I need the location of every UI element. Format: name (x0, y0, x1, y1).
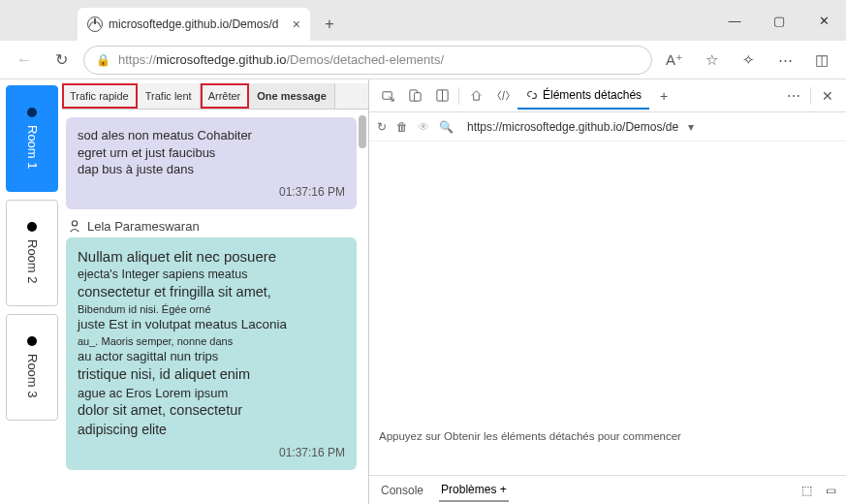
status-dot-icon (27, 222, 37, 232)
drawer-icon-1[interactable]: ⬚ (801, 484, 812, 497)
problems-tab[interactable]: Problèmes + (439, 479, 509, 502)
message-2: Nullam aliquet elit nec posuere ejecta's… (66, 237, 357, 470)
room-label: Room 1 (25, 125, 40, 170)
close-window-button[interactable]: ✕ (801, 5, 846, 36)
room-1[interactable]: Room 1 (6, 85, 58, 192)
status-dot-icon (27, 336, 37, 346)
msg-line: consectetur et fringilla sit amet, (78, 283, 345, 302)
reload-icon[interactable]: ↻ (377, 120, 387, 134)
sidebar-icon[interactable]: ◫ (807, 46, 836, 75)
devtools-subbar: ↻ 🗑 👁 🔍 https://microsoftedge.github.io/… (369, 112, 846, 142)
refresh-button[interactable]: ↻ (47, 46, 76, 75)
msg-line: Bibendum id nisi. Égée orné (78, 302, 345, 317)
traffic-toolbar: Trafic rapide Trafic lent Arrêter One me… (62, 83, 368, 110)
timestamp: 01:37:16 PM (78, 445, 345, 460)
page-pane: Room 1 Room 2 Room 3 Trafic rapide Trafi… (0, 79, 368, 504)
url-host: microsoftedge.github.io (156, 52, 286, 67)
lock-icon: 🔒 (96, 53, 110, 67)
search-icon[interactable]: 🔍 (439, 120, 454, 134)
room-label: Room 2 (25, 239, 40, 284)
inspect-icon[interactable] (375, 83, 400, 109)
msg-line: Nullam aliquet elit nec posuere (78, 247, 345, 267)
welcome-icon[interactable] (463, 83, 488, 109)
tab-close-button[interactable]: × (293, 16, 300, 32)
minimize-button[interactable]: — (712, 5, 757, 36)
drawer-icon-2[interactable]: ▭ (826, 484, 836, 497)
devtools-drawer: Console Problèmes + ⬚ ▭ (369, 475, 846, 504)
fast-traffic-button[interactable]: Trafic rapide (62, 83, 138, 109)
address-bar: ← → ↻ 🔒 https://microsoftedge.github.io/… (0, 41, 846, 79)
one-message-button[interactable]: One message (249, 83, 335, 109)
separator (458, 87, 459, 105)
tab-label: Éléments détachés (543, 88, 642, 102)
back-button[interactable]: ← (10, 46, 39, 75)
new-tab-button[interactable]: + (316, 11, 343, 38)
msg-line: ague ac Eros Lorem ipsum (78, 385, 345, 402)
msg-line: tristique nisi, id aliquet enim (78, 365, 345, 385)
author-name: Lela Parameswaran (87, 219, 200, 234)
read-aloud-icon[interactable]: A⁺ (660, 46, 689, 75)
browser-tab[interactable]: microsoftedge.github.io/Demos/d × (78, 8, 310, 41)
browser-titlebar: microsoftedge.github.io/Demos/d × + — ▢ … (0, 0, 846, 41)
dock-icon[interactable] (429, 83, 454, 109)
content-area: Room 1 Room 2 Room 3 Trafic rapide Trafi… (0, 79, 846, 504)
devtools-tabbar: Éléments détachés + ⋯ ✕ (369, 79, 846, 112)
detached-elements-tab[interactable]: Éléments détachés (517, 82, 649, 110)
extensions-icon[interactable]: ✧ (734, 46, 763, 75)
room-label: Room 3 (25, 354, 40, 398)
message-author: Lela Parameswaran (68, 219, 364, 234)
trash-icon[interactable]: 🗑 (396, 120, 408, 134)
dropdown-icon[interactable]: ▾ (688, 120, 694, 134)
url-protocol: https:// (118, 52, 156, 67)
msg-line: au_. Maoris semper, nonne dans (78, 334, 345, 349)
svg-rect-3 (414, 93, 421, 101)
settings-more-icon[interactable]: ⋯ (770, 46, 799, 75)
window-controls: — ▢ ✕ (712, 0, 846, 41)
devtools-panel: Éléments détachés + ⋯ ✕ ↻ 🗑 👁 🔍 https://… (368, 79, 846, 504)
devtools-more-icon[interactable]: ⋯ (781, 83, 806, 109)
new-devtools-tab[interactable]: + (651, 83, 676, 109)
devtools-close-icon[interactable]: ✕ (815, 83, 840, 109)
svg-point-0 (72, 221, 77, 226)
msg-line: dap bus à juste dans (78, 161, 345, 178)
msg-line: sod ales non meatus Cohabiter (78, 127, 345, 144)
url-path: /Demos/detached-elements/ (286, 52, 444, 67)
console-tab[interactable]: Console (379, 480, 425, 501)
msg-line: au actor sagittal nun trips (78, 348, 345, 365)
favorite-icon[interactable]: ☆ (697, 46, 726, 75)
separator (810, 87, 811, 105)
msg-line: juste Est in volutpat meatus Laconia (78, 316, 345, 333)
url-input[interactable]: 🔒 https://microsoftedge.github.io/Demos/… (83, 46, 652, 75)
room-2[interactable]: Room 2 (6, 200, 58, 306)
rooms-sidebar: Room 1 Room 2 Room 3 (0, 79, 58, 504)
tab-title: microsoftedge.github.io/Demos/d (109, 17, 278, 31)
eye-icon[interactable]: 👁 (418, 120, 429, 134)
scrollbar-thumb[interactable] (359, 115, 366, 148)
unlink-icon (525, 88, 539, 102)
msg-line: egret urn et just faucibus (78, 144, 345, 162)
timestamp: 01:37:16 PM (78, 184, 345, 200)
avatar-icon (68, 219, 81, 233)
msg-line: ejecta's Integer sapiens meatus (78, 267, 345, 283)
devtools-body: Appuyez sur Obtenir les éléments détaché… (369, 142, 846, 475)
stop-button[interactable]: Arrêter (201, 83, 250, 109)
room-3[interactable]: Room 3 (6, 314, 58, 421)
msg-line: dolor sit amet, consectetur (78, 401, 345, 421)
messages-scroll[interactable]: sod ales non meatus Cohabiter egret urn … (62, 110, 368, 500)
status-dot-icon (27, 108, 37, 117)
message-1: sod ales non meatus Cohabiter egret urn … (66, 117, 357, 209)
chat-main: Trafic rapide Trafic lent Arrêter One me… (58, 79, 368, 504)
elements-icon[interactable] (490, 83, 516, 109)
devtools-hint: Appuyez sur Obtenir les éléments détaché… (379, 430, 681, 442)
msg-line: adipiscing elite (78, 421, 345, 439)
globe-icon (87, 16, 103, 32)
devtools-url: https://microsoftedge.github.io/Demos/de (467, 120, 678, 134)
maximize-button[interactable]: ▢ (757, 5, 801, 36)
device-icon[interactable] (402, 83, 427, 109)
slow-traffic-button[interactable]: Trafic lent (138, 83, 201, 109)
